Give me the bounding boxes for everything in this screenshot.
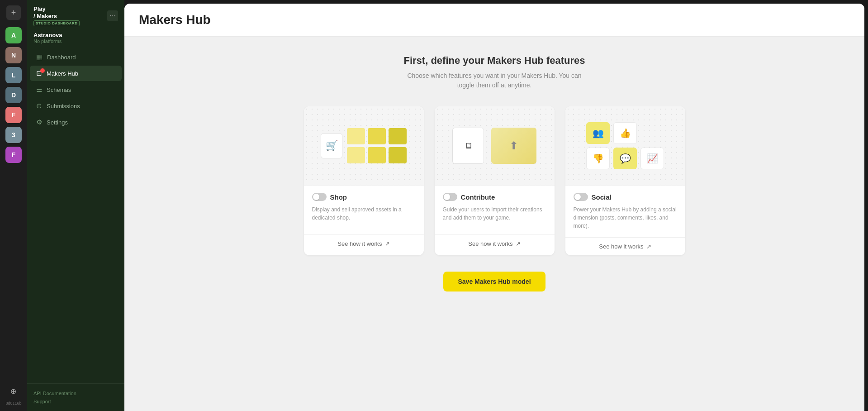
contribute-toggle[interactable] (443, 193, 457, 201)
social-toggle-row: Social (574, 193, 677, 201)
avatar-f1[interactable]: F (5, 107, 22, 123)
sidebar-item-submissions[interactable]: ⊙ Submissions (30, 98, 122, 114)
sidebar-item-settings[interactable]: ⚙ Settings (30, 115, 122, 130)
sidebar: Play / Makers STUDIO DASHBOARD ⋯ Astrano… (27, 0, 124, 411)
social-dislike-icon-box: 👎 (586, 148, 610, 169)
shop-card: 🛒 (304, 106, 424, 255)
api-docs-link[interactable]: API Documentation (33, 389, 118, 397)
contribute-screen-icon: 🖥 (452, 128, 484, 164)
add-workspace-button[interactable]: + (6, 5, 21, 20)
shop-toggle-knob (313, 194, 319, 200)
avatar-f2[interactable]: F (5, 147, 22, 163)
sidebar-item-dashboard[interactable]: ▦ Dashboard (30, 49, 122, 65)
workspace-id: 8d0116b (5, 401, 21, 406)
section-subtitle: Choose which features you want in your M… (407, 71, 581, 90)
main-header: Makers Hub (124, 4, 864, 37)
social-people-icon-box: 👥 (586, 122, 610, 144)
save-makers-hub-button[interactable]: Save Makers Hub model (443, 272, 545, 292)
social-card-body: Social Power your Makers Hub by adding a… (565, 186, 685, 237)
contribute-card: 🖥 ⬆ Contribute Guide your users to impor… (435, 106, 555, 255)
sidebar-logo: Play / Makers STUDIO DASHBOARD (33, 5, 80, 26)
shop-grid (347, 128, 407, 163)
social-toggle-knob (574, 194, 581, 200)
sidebar-label-settings: Settings (47, 119, 68, 126)
schemas-icon: ⚌ (36, 86, 42, 94)
main-content: Makers Hub First, define your Makers Hub… (124, 4, 864, 411)
shop-see-how-button[interactable]: See how it works ↗ (304, 234, 424, 253)
avatar-l[interactable]: L (5, 67, 22, 83)
sidebar-more-button[interactable]: ⋯ (107, 10, 118, 21)
shop-cell-4 (347, 147, 365, 163)
shop-illustration: 🛒 (304, 106, 424, 186)
main-body: First, define your Makers Hub features C… (124, 37, 864, 411)
contribute-toggle-knob (444, 194, 450, 200)
workspace-info: Astranova No platforms (27, 32, 124, 49)
shop-cell-6 (389, 147, 407, 163)
social-title: Social (592, 193, 612, 201)
settings-icon: ⚙ (36, 118, 42, 126)
sidebar-label-makers-hub: Makers Hub (47, 70, 78, 77)
avatar-n[interactable]: N (5, 47, 22, 63)
workspace-name: Astranova (33, 32, 118, 38)
shop-title: Shop (330, 193, 347, 201)
social-like-icon-box: 👍 (613, 122, 637, 144)
social-toggle[interactable] (574, 193, 588, 201)
external-link-icon: ↗ (646, 243, 651, 250)
contribute-desc: Guide your users to import their creatio… (443, 206, 546, 227)
contribute-toggle-row: Contribute (443, 193, 546, 201)
logo-badge: STUDIO DASHBOARD (33, 20, 80, 26)
social-card: 👥 👍 👎 💬 📈 Social (565, 106, 685, 255)
shop-cart-icon: 🛒 (321, 133, 342, 158)
shop-desc: Display and sell approved assets in a de… (312, 206, 416, 227)
sidebar-label-dashboard: Dashboard (47, 54, 76, 61)
contribute-upload-box: ⬆ (491, 128, 536, 164)
social-trending-icon-box: 📈 (640, 148, 664, 169)
shop-cell-5 (368, 147, 386, 163)
icon-bar: + A N L D F 3 F ⊕ 8d0116b (0, 0, 27, 411)
avatar-3[interactable]: 3 (5, 127, 22, 143)
social-desc: Power your Makers Hub by adding a social… (574, 206, 677, 230)
section-title: First, define your Makers Hub features (404, 55, 585, 67)
sidebar-label-schemas: Schemas (47, 86, 71, 93)
social-comment-icon-box: 💬 (613, 148, 637, 169)
shop-toggle[interactable] (312, 193, 327, 201)
shop-toggle-row: Shop (312, 193, 416, 201)
logo-title: Play / Makers (33, 5, 80, 19)
shop-card-body: Shop Display and sell approved assets in… (304, 186, 424, 234)
submissions-icon: ⊙ (36, 102, 42, 110)
workspace-sub: No platforms (33, 38, 118, 44)
social-spacer (640, 122, 664, 144)
avatar-d[interactable]: D (5, 87, 22, 103)
page-title: Makers Hub (139, 13, 850, 27)
sidebar-item-makers-hub[interactable]: ⊡ Makers Hub (30, 66, 122, 81)
sidebar-label-submissions: Submissions (47, 103, 80, 110)
contribute-illustration: 🖥 ⬆ (435, 106, 555, 186)
add-icon[interactable]: ⊕ (6, 384, 21, 398)
contribute-card-body: Contribute Guide your users to import th… (435, 186, 555, 234)
feature-cards-row: 🛒 (304, 106, 685, 255)
sidebar-footer: API Documentation Support (27, 383, 124, 406)
contribute-title: Contribute (461, 193, 495, 201)
shop-cell-1 (347, 128, 365, 144)
social-illustration: 👥 👍 👎 💬 📈 (565, 106, 685, 186)
shop-cell-3 (389, 128, 407, 144)
dashboard-icon: ▦ (36, 53, 43, 61)
external-link-icon: ↗ (516, 240, 521, 247)
social-see-how-button[interactable]: See how it works ↗ (565, 237, 685, 255)
sidebar-item-schemas[interactable]: ⚌ Schemas (30, 82, 122, 97)
contribute-see-how-button[interactable]: See how it works ↗ (435, 234, 555, 253)
support-link[interactable]: Support (33, 397, 118, 406)
makers-hub-badge (40, 68, 45, 73)
external-link-icon: ↗ (385, 240, 390, 247)
sidebar-header: Play / Makers STUDIO DASHBOARD ⋯ (27, 5, 124, 32)
sidebar-nav: ▦ Dashboard ⊡ Makers Hub ⚌ Schemas ⊙ Sub… (27, 49, 124, 383)
shop-cell-2 (368, 128, 386, 144)
avatar-a[interactable]: A (5, 27, 22, 43)
